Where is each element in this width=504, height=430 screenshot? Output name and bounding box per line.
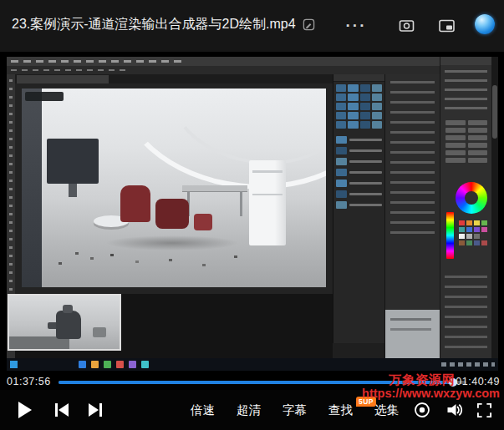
taskbar-app-icon xyxy=(91,361,99,368)
taskbar-app-icon xyxy=(141,361,149,368)
render-pass-panel xyxy=(333,74,384,343)
document-tab xyxy=(15,74,333,83)
skip-next-icon xyxy=(87,402,104,418)
taskbar-icons xyxy=(79,361,149,368)
color-swatch xyxy=(481,220,487,225)
quality-button[interactable]: 超清 xyxy=(237,402,261,418)
pip-mech-shape xyxy=(56,311,81,339)
render-pass-thumb xyxy=(336,112,346,119)
target-icon xyxy=(414,402,430,418)
tool-icon xyxy=(468,135,488,140)
render-pass-row xyxy=(336,147,382,154)
tool-icon xyxy=(445,128,466,133)
subtitle-button[interactable]: 字幕 xyxy=(283,402,307,418)
taskbar-app-icon xyxy=(79,361,86,368)
render-pass-row xyxy=(336,201,382,209)
tool-icon xyxy=(468,150,488,155)
panel-tab xyxy=(440,57,491,65)
floor-shadow xyxy=(105,235,239,250)
render-pass-thumb xyxy=(336,121,346,129)
color-wheel xyxy=(456,182,487,214)
pass-label-line xyxy=(349,160,382,163)
color-swatch xyxy=(459,220,465,225)
pass-thumb xyxy=(336,190,347,198)
screenshot-button[interactable] xyxy=(395,15,417,37)
search-button[interactable]: 查找 xyxy=(328,402,353,418)
taskbar-app-icon xyxy=(104,361,111,368)
title-row: 23.案例演示-通道渲染输出合成器与2D绘制.mp4 xyxy=(12,16,315,33)
scrollbar-thumb xyxy=(492,85,497,139)
hud-box xyxy=(25,92,64,101)
current-time: 01:37:56 xyxy=(7,376,51,387)
color-swatch xyxy=(481,227,487,232)
pass-label-line xyxy=(349,139,382,141)
episodes-button[interactable]: 5UP 选集 xyxy=(374,402,399,418)
pass-thumb xyxy=(336,147,347,154)
red-chair-shape xyxy=(120,185,150,222)
screenshot-icon xyxy=(398,18,415,34)
render-pass-thumb xyxy=(360,84,370,92)
render-pass-row xyxy=(336,169,382,176)
app-optionsbar xyxy=(7,66,498,74)
color-swatch xyxy=(474,220,480,225)
render-pass-row xyxy=(336,180,382,187)
previous-button[interactable] xyxy=(50,390,74,430)
render-pass-thumb xyxy=(348,121,358,129)
episodes-label: 选集 xyxy=(374,403,399,417)
color-swatch xyxy=(466,234,472,239)
color-swatch xyxy=(481,240,487,245)
color-swatch xyxy=(481,234,487,239)
browser-assistant-ball-icon[interactable] xyxy=(475,14,495,34)
render-pass-thumb xyxy=(348,103,358,110)
video-title: 23.案例演示-通道渲染输出合成器与2D绘制.mp4 xyxy=(12,16,296,33)
monitor-shape xyxy=(47,139,99,184)
properties-panel xyxy=(384,74,440,358)
panel-scrollbar xyxy=(491,57,498,358)
speed-button[interactable]: 倍速 xyxy=(191,402,215,418)
tool-grid xyxy=(445,120,487,163)
video-area[interactable] xyxy=(0,52,504,373)
pass-thumb xyxy=(336,158,347,165)
pass-thumb xyxy=(336,136,347,144)
light-gray-block xyxy=(385,310,440,358)
color-swatch xyxy=(474,227,480,232)
taskbar-tray xyxy=(441,362,495,367)
tool-icon xyxy=(445,143,466,148)
more-button[interactable]: ··· xyxy=(345,15,367,37)
render-pass-thumb xyxy=(372,84,382,92)
color-swatch xyxy=(459,234,465,239)
tool-icon xyxy=(445,120,466,125)
more-icon: ··· xyxy=(346,17,367,35)
render-pass-thumb xyxy=(336,84,346,92)
tool-icon xyxy=(445,150,466,155)
render-pass-thumb xyxy=(360,94,370,101)
next-button[interactable] xyxy=(84,390,107,430)
play-icon xyxy=(17,401,33,419)
document-area xyxy=(15,74,333,294)
render-pass-thumb xyxy=(372,112,382,119)
render-pass-thumb xyxy=(360,121,370,129)
render-pass-row xyxy=(336,190,382,198)
swatch-grid xyxy=(459,220,487,245)
color-swatch xyxy=(466,220,472,225)
start-icon xyxy=(10,361,18,368)
color-swatch xyxy=(459,240,465,245)
render-pass-thumb xyxy=(348,112,358,119)
color-swatch xyxy=(459,227,465,232)
color-swatch xyxy=(474,240,480,245)
red-chair-shape xyxy=(155,199,189,229)
pass-label-line xyxy=(349,182,382,185)
text-lines xyxy=(445,276,487,349)
player-window: 23.案例演示-通道渲染输出合成器与2D绘制.mp4 ··· xyxy=(0,0,504,430)
pip-object-shape xyxy=(93,327,106,337)
render-pass-thumb xyxy=(360,103,370,110)
edit-icon[interactable] xyxy=(303,18,315,31)
pass-label-line xyxy=(349,149,382,152)
pip-mech-head-shape xyxy=(63,305,73,313)
fridge-shape xyxy=(249,160,286,245)
skip-previous-icon xyxy=(53,402,70,418)
render-pass-grid xyxy=(333,82,384,131)
play-button[interactable] xyxy=(13,390,37,430)
mini-window-button[interactable] xyxy=(435,15,457,37)
render-pass-thumb xyxy=(372,121,382,129)
